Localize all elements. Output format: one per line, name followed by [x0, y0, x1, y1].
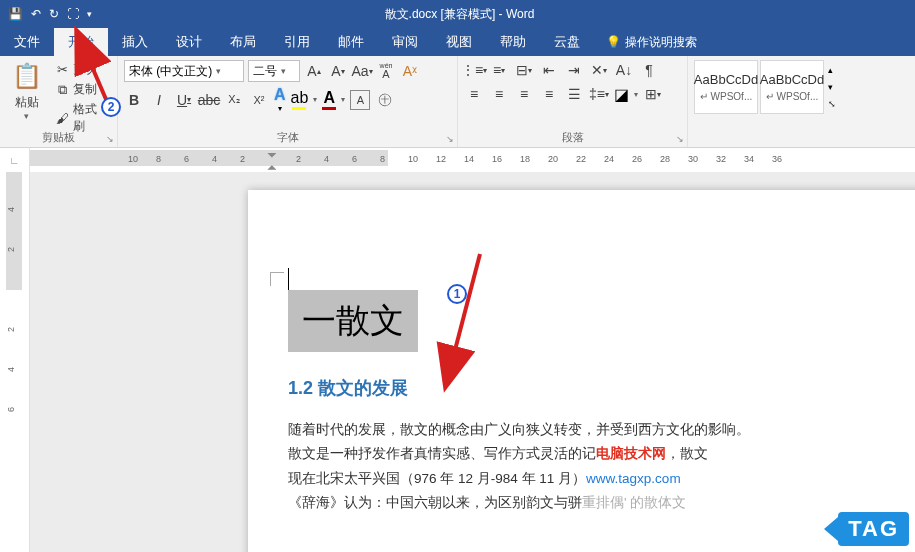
page: 一散文 1.2 散文的发展 随着时代的发展，散文的概念由广义向狭义转变，并受到西… [248, 190, 915, 552]
chevron-down-icon[interactable]: ▾ [634, 90, 638, 99]
italic-button[interactable]: I [149, 90, 169, 110]
selected-title-text[interactable]: 一散文 [288, 290, 418, 352]
vertical-ruler[interactable]: 4 2 2 4 6 [0, 172, 30, 552]
tag-watermark: TAG [824, 512, 909, 546]
tab-home[interactable]: 开始 [54, 28, 108, 56]
window-title: 散文.docx [兼容模式] - Word [92, 6, 827, 23]
show-marks-button[interactable]: ¶ [639, 60, 659, 80]
increase-indent-button[interactable]: ⇥ [564, 60, 584, 80]
redo-icon[interactable]: ↻ [49, 7, 59, 21]
undo-icon[interactable]: ↶ [31, 7, 41, 21]
align-left-button[interactable]: ≡ [464, 84, 484, 104]
chevron-down-icon[interactable]: ▾ [341, 95, 345, 104]
page-content[interactable]: 一散文 1.2 散文的发展 随着时代的发展，散文的概念由广义向狭义转变，并受到西… [248, 190, 915, 515]
align-center-button[interactable]: ≡ [489, 84, 509, 104]
tell-me-search[interactable]: 💡 操作说明搜索 [594, 34, 697, 51]
grow-font-button[interactable]: A▴ [304, 61, 324, 81]
font-dialog-launcher-icon[interactable]: ↘ [446, 134, 454, 144]
subscript-button[interactable]: X₂ [224, 90, 244, 110]
tab-design[interactable]: 设计 [162, 28, 216, 56]
strikethrough-button[interactable]: abc [199, 90, 219, 110]
tab-view[interactable]: 视图 [432, 28, 486, 56]
chevron-down-icon: ▾ [281, 66, 286, 76]
group-clipboard: 📋 粘贴 ▾ ✂剪切 ⧉复制 🖌格式刷 剪贴板 ↘ [0, 56, 118, 147]
para-dialog-launcher-icon[interactable]: ↘ [676, 134, 684, 144]
group-font: 宋体 (中文正文)▾ 二号▾ A▴ A▾ Aa▾ wénA Aᵡ B I U▾ … [118, 56, 458, 147]
annotation-badge-1: 1 [447, 284, 467, 304]
watermark-text-blue: www.tagxp.com [586, 471, 681, 486]
decrease-indent-button[interactable]: ⇤ [539, 60, 559, 80]
font-color-button[interactable]: A [322, 89, 336, 110]
copy-button[interactable]: ⧉复制 [51, 80, 111, 99]
save-icon[interactable]: 💾 [8, 7, 23, 21]
body-paragraph[interactable]: 随着时代的发展，散文的概念由广义向狭义转变，并受到西方文化的影响。 散文是一种抒… [288, 418, 908, 515]
copy-icon: ⧉ [54, 82, 70, 98]
touch-mode-icon[interactable]: ⛶ [67, 7, 79, 21]
numbering-button[interactable]: ≡▾ [489, 60, 509, 80]
enclose-char-button[interactable]: ㊉ [375, 90, 395, 110]
line-spacing-button[interactable]: ‡≡▾ [589, 84, 609, 104]
font-size-combo[interactable]: 二号▾ [248, 60, 300, 82]
change-case-button[interactable]: Aa▾ [352, 61, 372, 81]
shading-button[interactable]: ◪ [614, 85, 629, 104]
text-effects-button[interactable]: A▾ [274, 86, 286, 113]
styles-expand-icon[interactable]: ⤡ [828, 99, 836, 109]
tab-mail[interactable]: 邮件 [324, 28, 378, 56]
ribbon: 📋 粘贴 ▾ ✂剪切 ⧉复制 🖌格式刷 剪贴板 ↘ 宋体 (中文正文)▾ 二号▾… [0, 56, 915, 148]
paste-icon: 📋 [12, 62, 42, 94]
title-bar: 💾 ↶ ↻ ⛶ ▾ 散文.docx [兼容模式] - Word [0, 0, 915, 28]
horizontal-ruler-area: ∟ 10 8 6 4 2 2 4 6 8 10 12 14 16 18 20 2… [0, 148, 915, 172]
multilevel-button[interactable]: ⊟▾ [514, 60, 534, 80]
highlight-button[interactable]: ab [291, 89, 309, 110]
justify-button[interactable]: ≡ [539, 84, 559, 104]
watermark-text-red: 电脑技术网 [596, 446, 666, 461]
cut-button[interactable]: ✂剪切 [51, 60, 111, 79]
style-item-2[interactable]: AaBbCcDd ↵ WPSOf... [760, 60, 824, 114]
horizontal-ruler[interactable]: 10 8 6 4 2 2 4 6 8 10 12 14 16 18 20 22 … [248, 148, 915, 172]
tab-references[interactable]: 引用 [270, 28, 324, 56]
tab-help[interactable]: 帮助 [486, 28, 540, 56]
ribbon-tabs: 文件 开始 插入 设计 布局 引用 邮件 审阅 视图 帮助 云盘 💡 操作说明搜… [0, 28, 915, 56]
margin-corner-icon [270, 272, 284, 286]
brush-icon: 🖌 [54, 111, 70, 126]
lightbulb-icon: 💡 [606, 35, 621, 49]
sort-button[interactable]: A↓ [614, 60, 634, 80]
scissors-icon: ✂ [54, 62, 70, 77]
chevron-down-icon: ▾ [216, 66, 221, 76]
tab-file[interactable]: 文件 [0, 28, 54, 56]
chevron-down-icon[interactable]: ▾ [313, 95, 317, 104]
shrink-font-button[interactable]: A▾ [328, 61, 348, 81]
borders-button[interactable]: ⊞▾ [643, 84, 663, 104]
clipboard-dialog-launcher-icon[interactable]: ↘ [106, 134, 114, 144]
tab-review[interactable]: 审阅 [378, 28, 432, 56]
styles-scroll-down-icon[interactable]: ▾ [828, 82, 836, 92]
style-item-1[interactable]: AaBbCcDd ↵ WPSOf... [694, 60, 758, 114]
font-name-combo[interactable]: 宋体 (中文正文)▾ [124, 60, 244, 82]
text-cursor-icon [288, 268, 289, 290]
underline-button[interactable]: U▾ [174, 90, 194, 110]
asian-layout-button[interactable]: ✕▾ [589, 60, 609, 80]
group-paragraph: ⋮≡▾ ≡▾ ⊟▾ ⇤ ⇥ ✕▾ A↓ ¶ ≡ ≡ ≡ ≡ ☰ ‡≡▾ ◪▾ ⊞… [458, 56, 688, 147]
phonetic-guide-button[interactable]: wénA [376, 61, 396, 81]
bullets-button[interactable]: ⋮≡▾ [464, 60, 484, 80]
tab-layout[interactable]: 布局 [216, 28, 270, 56]
chevron-down-icon: ▾ [24, 111, 29, 121]
clear-format-button[interactable]: Aᵡ [400, 61, 420, 81]
group-styles: AaBbCcDd ↵ WPSOf... AaBbCcDd ↵ WPSOf... … [688, 56, 848, 147]
heading-2[interactable]: 1.2 散文的发展 [288, 376, 908, 400]
annotation-badge-2: 2 [101, 97, 121, 117]
superscript-button[interactable]: X² [249, 90, 269, 110]
document-area: 4 2 2 4 6 一散文 1.2 散文的发展 随着时代的发展，散文的概念由广义… [0, 172, 915, 552]
styles-scroll-up-icon[interactable]: ▴ [828, 65, 836, 75]
char-border-button[interactable]: A [350, 90, 370, 110]
ruler-corner-tab-selector[interactable]: ∟ [0, 148, 30, 172]
align-right-button[interactable]: ≡ [514, 84, 534, 104]
bold-button[interactable]: B [124, 90, 144, 110]
tab-insert[interactable]: 插入 [108, 28, 162, 56]
document-scroll[interactable]: 一散文 1.2 散文的发展 随着时代的发展，散文的概念由广义向狭义转变，并受到西… [30, 172, 915, 552]
tab-cloud[interactable]: 云盘 [540, 28, 594, 56]
distribute-button[interactable]: ☰ [564, 84, 584, 104]
quick-access-toolbar: 💾 ↶ ↻ ⛶ ▾ [8, 7, 92, 21]
